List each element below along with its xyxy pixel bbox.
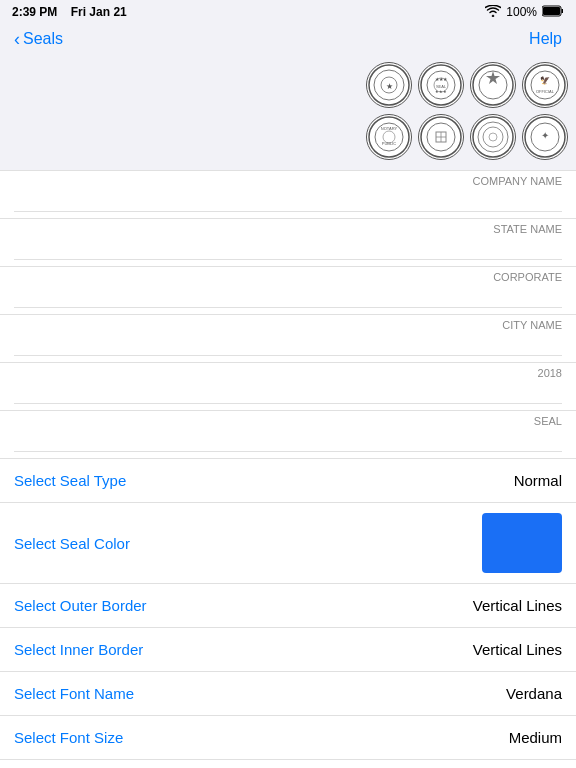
seal-icon-2[interactable]: ★★★ SEAL ★★★ (418, 62, 464, 108)
back-button[interactable]: ‹ Seals (14, 30, 63, 48)
font-name-label: Select Font Name (14, 685, 134, 702)
corporate-input[interactable] (14, 287, 562, 307)
seal-icon-3[interactable] (470, 62, 516, 108)
seals-row-bottom: NOTARY PUBLIC (8, 114, 568, 160)
seals-row-top: ★ ★★★ SEAL ★★★ (8, 62, 568, 108)
svg-text:NOTARY: NOTARY (381, 126, 398, 131)
font-size-value: Medium (509, 729, 562, 746)
wifi-icon (485, 5, 501, 19)
inner-border-value: Vertical Lines (473, 641, 562, 658)
outer-border-row[interactable]: Select Outer Border Vertical Lines (0, 584, 576, 628)
seal-type-value: Normal (514, 472, 562, 489)
city-name-label: CITY NAME (14, 319, 562, 335)
company-name-label: COMPANY NAME (14, 175, 562, 191)
svg-text:★★★: ★★★ (435, 76, 448, 82)
battery-icon (542, 5, 564, 19)
svg-point-31 (489, 133, 497, 141)
svg-text:✦: ✦ (541, 130, 549, 141)
year-label: 2018 (14, 367, 562, 383)
seal-type-row[interactable]: Select Seal Type Normal (0, 459, 576, 503)
seal-label: SEAL (14, 415, 562, 431)
font-name-row[interactable]: Select Font Name Verdana (0, 672, 576, 716)
font-name-value: Verdana (506, 685, 562, 702)
input-fields-section: COMPANY NAME STATE NAME CORPORATE CITY N… (0, 170, 576, 459)
date-text: Fri Jan 21 (71, 5, 127, 19)
svg-text:PUBLIC: PUBLIC (382, 141, 397, 146)
svg-text:OFFICIAL: OFFICIAL (536, 89, 555, 94)
inner-border-row[interactable]: Select Inner Border Vertical Lines (0, 628, 576, 672)
inner-border-label: Select Inner Border (14, 641, 143, 658)
back-label: Seals (23, 30, 63, 48)
seals-gallery: ★ ★★★ SEAL ★★★ (0, 56, 576, 170)
seal-icon-1[interactable]: ★ (366, 62, 412, 108)
seal-icon-5[interactable]: NOTARY PUBLIC (366, 114, 412, 160)
seal-icon-6[interactable] (418, 114, 464, 160)
status-right-icons: 100% (485, 5, 564, 19)
battery-text: 100% (506, 5, 537, 19)
state-name-field: STATE NAME (0, 219, 576, 267)
font-size-label: Select Font Size (14, 729, 123, 746)
seal-icon-8[interactable]: ✦ (522, 114, 568, 160)
svg-point-30 (483, 127, 503, 147)
chevron-left-icon: ‹ (14, 30, 20, 48)
seal-type-label: Select Seal Type (14, 472, 126, 489)
status-time: 2:39 PM Fri Jan 21 (12, 5, 127, 19)
svg-text:🦅: 🦅 (540, 75, 550, 85)
status-bar: 2:39 PM Fri Jan 21 100% (0, 0, 576, 24)
outer-border-value: Vertical Lines (473, 597, 562, 614)
settings-section: Select Seal Type Normal Select Seal Colo… (0, 459, 576, 768)
svg-point-28 (473, 117, 513, 157)
seal-input[interactable] (14, 431, 562, 451)
seal-color-swatch[interactable] (482, 513, 562, 573)
time-text: 2:39 PM (12, 5, 57, 19)
company-name-input[interactable] (14, 191, 562, 211)
city-name-input[interactable] (14, 335, 562, 355)
year-field: 2018 (0, 363, 576, 411)
seal-icon-7[interactable] (470, 114, 516, 160)
state-name-input[interactable] (14, 239, 562, 259)
svg-rect-1 (543, 7, 560, 15)
font-size-row[interactable]: Select Font Size Medium (0, 716, 576, 760)
outer-border-label: Select Outer Border (14, 597, 147, 614)
svg-text:★: ★ (386, 82, 393, 91)
svg-point-29 (478, 122, 508, 152)
city-name-field: CITY NAME (0, 315, 576, 363)
year-input[interactable] (14, 383, 562, 403)
corporate-field: CORPORATE (0, 267, 576, 315)
seal-field: SEAL (0, 411, 576, 459)
seal-color-row[interactable]: Select Seal Color (0, 503, 576, 584)
char-spacing-row[interactable]: Character Spacing Medium (0, 760, 576, 768)
corporate-label: CORPORATE (14, 271, 562, 287)
seal-icon-4[interactable]: 🦅 OFFICIAL (522, 62, 568, 108)
nav-bar: ‹ Seals Help (0, 24, 576, 56)
company-name-field: COMPANY NAME (0, 171, 576, 219)
state-name-label: STATE NAME (14, 223, 562, 239)
help-button[interactable]: Help (529, 30, 562, 48)
seal-color-label: Select Seal Color (14, 535, 130, 552)
svg-text:★★★: ★★★ (435, 89, 447, 94)
